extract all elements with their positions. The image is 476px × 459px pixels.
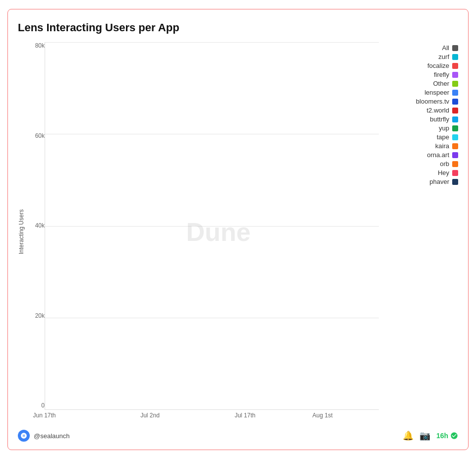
x-tick: Jul 2nd [140,412,160,419]
username: @sealaunch [34,432,69,440]
legend-label: tape [437,133,449,141]
legend-color [452,152,458,158]
y-tick-80k: 80k [35,42,45,49]
legend-label: t2.world [426,107,449,114]
legend-color [452,179,458,185]
check-circle-icon [450,432,458,440]
legend-item: tape [391,133,458,141]
legend-label: orna.art [427,151,449,159]
legend-label: phaver [429,178,449,185]
footer: @sealaunch 🔔 📷 16h [18,427,458,442]
chart-inner: 80k 60k 40k 20k 0 Dune [27,42,379,410]
legend-item: firefly [391,71,458,78]
legend-item: focalize [391,62,458,69]
x-axis: Jun 17thJul 2ndJul 17thAug 1st [27,412,379,422]
x-tick: Aug 1st [312,412,333,419]
legend-item: Hey [391,169,458,176]
camera-icon[interactable]: 📷 [419,430,430,441]
y-tick-0: 0 [41,402,45,409]
legend-item: buttrfly [391,115,458,123]
x-tick: Jun 17th [33,412,56,419]
legend-label: Hey [438,169,449,176]
legend-label: All [442,44,449,52]
chart-card: Lens Interacting Users per App Interacti… [7,9,469,450]
y-tick-40k: 40k [35,222,45,229]
legend-label: bloomers.tv [416,98,449,105]
legend-item: zurf [391,53,458,60]
legend-item: t2.world [391,107,458,114]
legend-color [452,99,458,105]
chart-and-axes: 80k 60k 40k 20k 0 Dune [27,42,379,422]
legend-label: Other [433,80,449,87]
legend-item: yup [391,124,458,132]
legend-color [452,161,458,167]
legend-item: phaver [391,178,458,185]
chart-area: Interacting Users 80k 60k 40k 20k 0 [18,42,458,422]
legend-color [452,81,458,87]
legend-label: lenspeer [424,89,449,96]
legend: All zurf focalize firefly Other lenspeer… [379,42,458,422]
legend-color [452,143,458,149]
bars-container [45,42,379,409]
legend-item: All [391,44,458,52]
chart-plot: Dune [45,42,379,410]
timer-value: 16h [436,432,448,440]
chart-title: Lens Interacting Users per App [18,21,458,34]
y-ticks: 80k 60k 40k 20k 0 [27,42,45,410]
legend-color [452,45,458,51]
legend-item: bloomers.tv [391,98,458,105]
legend-item: orb [391,160,458,168]
x-tick: Jul 17th [235,412,255,419]
legend-color [452,54,458,60]
legend-color [452,90,458,96]
y-tick-20k: 20k [35,312,45,319]
legend-item: Other [391,80,458,87]
legend-color [452,108,458,114]
footer-right: 🔔 📷 16h [403,430,458,441]
legend-color [452,125,458,131]
legend-color [452,170,458,176]
legend-label: focalize [427,62,449,69]
legend-color [452,72,458,78]
timer-badge: 16h [436,432,458,440]
legend-label: firefly [434,71,449,78]
legend-color [452,116,458,122]
legend-item: orna.art [391,151,458,159]
legend-color [452,134,458,140]
legend-label: kaira [435,142,449,150]
footer-left: @sealaunch [18,430,69,442]
legend-label: buttrfly [430,115,449,123]
sealaunch-logo [18,430,30,442]
legend-label: zurf [438,53,449,60]
legend-label: orb [440,160,449,168]
legend-label: yup [439,124,449,132]
legend-item: kaira [391,142,458,150]
y-axis-label: Interacting Users [18,42,25,422]
bell-icon[interactable]: 🔔 [403,430,414,441]
legend-color [452,63,458,69]
legend-item: lenspeer [391,89,458,96]
y-tick-60k: 60k [35,132,45,139]
